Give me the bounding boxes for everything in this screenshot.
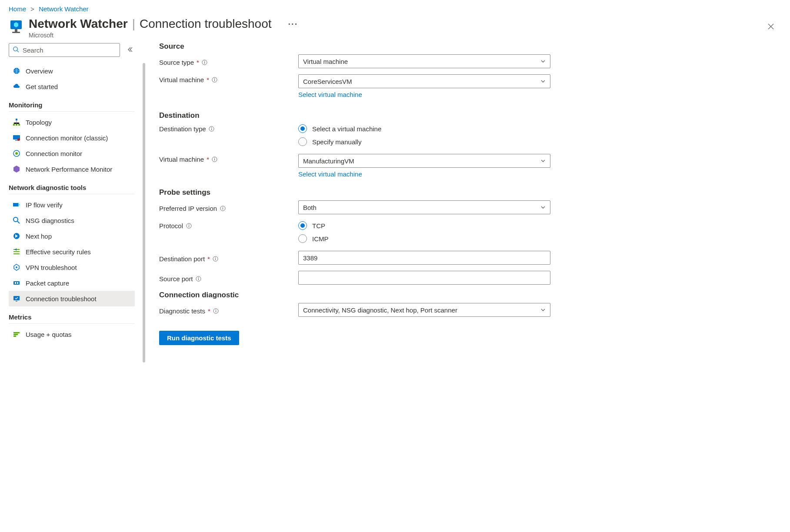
svg-point-19 <box>13 217 18 222</box>
provider-label: Microsoft <box>29 32 298 39</box>
info-icon[interactable] <box>186 223 192 229</box>
radio-specify-manually[interactable]: Specify manually <box>298 137 543 146</box>
link-select-source-vm[interactable]: Select virtual machine <box>298 91 550 98</box>
sidebar-item-overview[interactable]: Overview <box>9 63 135 79</box>
info-icon[interactable] <box>213 256 219 262</box>
radio-tcp[interactable]: TCP <box>298 221 543 230</box>
usage-icon <box>13 330 20 338</box>
svg-line-20 <box>17 221 20 223</box>
info-icon[interactable] <box>196 276 202 282</box>
required-marker: * <box>197 59 199 66</box>
radio-group-destination-type: Select a virtual machine Specify manuall… <box>298 123 543 146</box>
sidebar-item-label: Effective security rules <box>26 248 91 256</box>
svg-point-27 <box>16 266 17 268</box>
sidebar-item-connection-troubleshoot[interactable]: Connection troubleshoot <box>9 291 135 306</box>
input-destination-port[interactable] <box>298 251 550 265</box>
topology-icon <box>13 118 20 126</box>
section-probe-heading: Probe settings <box>159 188 543 197</box>
dropdown-value: Connectivity, NSG diagnostic, Next hop, … <box>303 306 457 314</box>
info-icon[interactable] <box>209 126 215 132</box>
svg-point-4 <box>13 47 17 51</box>
label-destination-vm: Virtual machine * <box>159 154 298 163</box>
svg-rect-10 <box>18 124 20 126</box>
dropdown-ip-version[interactable]: Both <box>298 200 550 214</box>
sidebar-item-next-hop[interactable]: Next hop <box>9 228 135 244</box>
sidebar-item-vpn-troubleshoot[interactable]: VPN troubleshoot <box>9 259 135 275</box>
close-button[interactable] <box>765 20 777 35</box>
sidebar-item-ip-flow-verify[interactable]: IP flow verify <box>9 197 135 213</box>
run-diagnostic-button[interactable]: Run diagnostic tests <box>159 331 239 345</box>
globe-icon <box>13 67 20 75</box>
dropdown-source-vm[interactable]: CoreServicesVM <box>298 74 550 88</box>
packet-capture-icon <box>13 279 20 287</box>
sidebar-item-npm[interactable]: Network Performance Monitor <box>9 161 135 177</box>
sidebar-heading-metrics: Metrics <box>9 306 135 324</box>
input-source-port[interactable] <box>298 271 550 285</box>
info-icon[interactable] <box>220 205 226 211</box>
collapse-sidebar-button[interactable] <box>125 45 135 56</box>
link-select-destination-vm[interactable]: Select virtual machine <box>298 170 550 178</box>
section-source-heading: Source <box>159 42 543 51</box>
more-actions-button[interactable]: ··· <box>288 19 298 29</box>
cloud-icon <box>13 83 20 90</box>
svg-marker-25 <box>15 248 17 251</box>
sidebar-item-connection-monitor-classic[interactable]: Connection monitor (classic) <box>9 130 135 146</box>
sidebar-item-get-started[interactable]: Get started <box>9 79 135 94</box>
radio-icmp[interactable]: ICMP <box>298 234 543 243</box>
svg-point-59 <box>198 277 199 278</box>
svg-rect-29 <box>15 282 16 284</box>
svg-point-62 <box>216 309 217 310</box>
conn-troubleshoot-icon <box>13 295 20 303</box>
vpn-icon <box>13 263 20 271</box>
sidebar-item-label: Usage + quotas <box>26 331 72 338</box>
svg-rect-17 <box>13 203 18 206</box>
sidebar-item-nsg-diagnostics[interactable]: NSG diagnostics <box>9 213 135 228</box>
sidebar-item-usage-quotas[interactable]: Usage + quotas <box>9 326 135 342</box>
sidebar-search[interactable] <box>9 43 120 57</box>
label-destination-type: Destination type <box>159 123 298 133</box>
radio-select-vm[interactable]: Select a virtual machine <box>298 124 543 133</box>
dropdown-destination-vm[interactable]: ManufacturingVM <box>298 154 550 168</box>
dropdown-value: Virtual machine <box>303 58 348 65</box>
svg-point-56 <box>215 257 216 258</box>
radio-icon <box>298 234 307 243</box>
source-port-field[interactable] <box>303 274 546 282</box>
sidebar-item-packet-capture[interactable]: Packet capture <box>9 275 135 291</box>
svg-rect-32 <box>16 301 17 302</box>
svg-marker-16 <box>13 166 20 173</box>
sidebar-item-topology[interactable]: Topology <box>9 114 135 130</box>
scrollbar[interactable] <box>142 63 145 362</box>
search-input[interactable] <box>23 47 116 54</box>
svg-rect-33 <box>13 332 20 333</box>
svg-rect-2 <box>15 29 17 32</box>
radio-icon <box>298 221 307 230</box>
dropdown-diagnostic-tests[interactable]: Connectivity, NSG diagnostic, Next hop, … <box>298 303 550 317</box>
info-icon[interactable] <box>213 308 219 314</box>
svg-point-38 <box>204 60 205 61</box>
svg-rect-30 <box>17 282 18 284</box>
svg-point-41 <box>214 78 215 79</box>
required-marker: * <box>207 255 210 263</box>
sidebar-item-effective-security-rules[interactable]: Effective security rules <box>9 244 135 259</box>
sidebar: Overview Get started Monitoring Topology… <box>9 39 139 362</box>
breadcrumb-home[interactable]: Home <box>9 5 26 13</box>
chevron-down-icon <box>540 157 546 165</box>
sidebar-item-label: Get started <box>26 83 58 90</box>
label-protocol: Protocol <box>159 220 298 229</box>
svg-point-47 <box>214 158 215 159</box>
breadcrumb-network-watcher[interactable]: Network Watcher <box>39 5 88 13</box>
info-icon[interactable] <box>202 59 208 65</box>
breadcrumb: Home > Network Watcher <box>0 0 790 15</box>
required-marker: * <box>207 76 209 83</box>
connection-monitor-icon <box>13 150 20 157</box>
title-separator: | <box>132 17 135 31</box>
destination-port-field[interactable] <box>303 254 546 262</box>
dropdown-value: CoreServicesVM <box>303 78 352 85</box>
dropdown-source-type[interactable]: Virtual machine <box>298 54 550 68</box>
required-marker: * <box>208 307 210 315</box>
chevron-down-icon <box>540 204 546 211</box>
info-icon[interactable] <box>212 156 218 163</box>
info-icon[interactable] <box>212 77 218 83</box>
sidebar-item-connection-monitor[interactable]: Connection monitor <box>9 146 135 161</box>
svg-point-50 <box>222 206 223 207</box>
